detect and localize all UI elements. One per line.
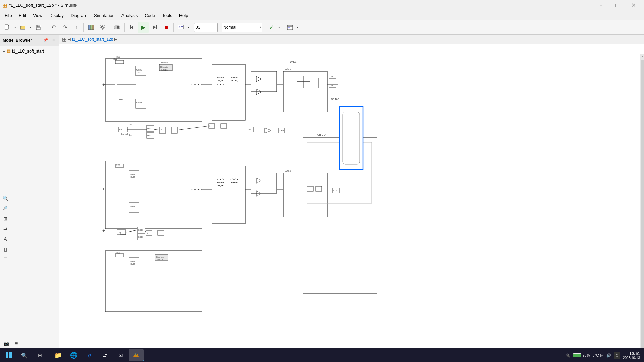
menu-edit[interactable]: Edit [15,12,30,19]
sim-run-button[interactable]: ▶ [138,22,149,33]
diagram-svg: R01 Gate1 Coil1 Discrete Set/1'a powergu… [59,44,644,348]
start-button[interactable] [1,349,16,361]
calendar-button[interactable] [285,22,296,33]
tree-item-model[interactable]: ▶ ▦ f1_LLC_soft_start [0,47,59,55]
sim-time-input[interactable] [194,23,218,32]
svg-text:+: + [102,187,105,192]
library-button[interactable] [86,22,96,33]
settings-button[interactable] [97,22,108,33]
up-button[interactable]: ↑ [71,22,82,33]
sidebar: Model Browser 📌 ✕ ▶ ▦ f1_LLC_soft_start … [0,35,59,348]
open-dropdown[interactable]: ▾ [29,22,33,33]
taskbar-edge[interactable]: 🌐 [66,349,81,361]
calendar-dropdown[interactable]: ▾ [296,22,300,33]
svg-text:+: + [102,82,105,87]
svg-text:Discrete: Discrete [156,256,164,258]
save-button[interactable] [33,22,44,33]
arrows-side-button[interactable]: ⇄ [1,224,10,234]
taskbar-explorer[interactable]: 📁 [51,349,65,361]
svg-rect-140 [6,355,8,358]
menu-diagram[interactable]: Diagram [67,12,91,19]
sim-mode-select[interactable]: Normal Accelerator Rapid Accelerator [222,23,262,32]
taskbar-mail[interactable]: ✉ [113,349,128,361]
zoom-in-side-button[interactable]: 🔍 [1,194,10,203]
toolbar: ▾ ▾ ↶ ↷ ↑ ▶ ■ ▾ [0,20,644,35]
taskbar-matlab[interactable] [129,349,144,361]
network-icon: 🔌 [566,353,570,358]
check-button[interactable]: ✓ [266,22,277,33]
svg-text:Cut: Cut [129,124,132,126]
sim-step-back-button[interactable] [126,22,137,33]
menu-view[interactable]: View [30,12,46,19]
right-scrollbar[interactable]: ▲ ▼ [640,54,644,348]
svg-rect-104 [129,258,139,267]
title-icon: ▦ [3,3,7,8]
svg-text:DAB2: DAB2 [285,169,291,172]
sidebar-pin-button[interactable]: 📌 [43,37,49,43]
svg-text:R01: R01 [116,56,120,58]
scope-button[interactable] [175,22,186,33]
check-dropdown[interactable]: ▾ [277,22,281,33]
zoom-out-side-button[interactable]: 🔎 [1,204,10,213]
menu-analysis[interactable]: Analysis [118,12,141,19]
menu-code[interactable]: Code [141,12,158,19]
sidebar-tree: ▶ ▦ f1_LLC_soft_start [0,46,59,192]
scroll-up-arrow[interactable]: ▲ [640,54,644,59]
svg-text:R01: R01 [116,252,120,254]
taskbar-sep1 [49,350,49,360]
battery-percent: 96% [582,353,590,357]
svg-rect-6 [90,25,92,30]
svg-rect-22 [291,27,291,28]
text-side-button[interactable]: A [1,234,10,244]
block-side-button[interactable]: ▥ [1,244,10,254]
system-tray: 🔌 96% 6°C 阴 🔊 英 10:51 2023/10/13 [562,348,644,362]
svg-text:In01: In01 [333,189,337,192]
canvas-area[interactable]: ▦ ◀ f1_LLC_soft_start_12b ▶ R01 Gate1 [59,35,644,348]
svg-rect-28 [136,66,146,76]
breadcrumb-arrow: ▶ [114,37,117,41]
svg-text:Control: Control [121,133,128,135]
svg-text:DS01: DS01 [138,236,144,238]
diagram-canvas[interactable]: R01 Gate1 Coil1 Discrete Set/1'a powergu… [59,44,644,348]
menu-help[interactable]: Help [176,12,192,19]
minimize-button[interactable]: − [593,0,609,11]
taskbar-ie[interactable]: ℯ [82,349,97,361]
menu-bar: File Edit View Display Diagram Simulatio… [0,11,644,20]
svg-rect-78 [129,170,139,180]
scope-dropdown[interactable]: ▾ [186,22,190,33]
breadcrumb-model[interactable]: f1_LLC_soft_start_12b [72,37,113,42]
menu-tools[interactable]: Tools [158,12,175,19]
scroll-thumb[interactable] [641,60,644,348]
list-button[interactable]: ≡ [12,339,21,348]
capture-button[interactable]: 📷 [1,339,11,348]
maximize-button[interactable]: □ [609,0,625,11]
square-side-button[interactable]: ☐ [1,255,10,264]
sidebar-close-button[interactable]: ✕ [50,37,56,43]
sim-step-forward-button[interactable] [149,22,160,33]
task-view-button[interactable]: ⊞ [33,349,48,361]
svg-rect-103 [115,254,124,257]
open-button[interactable] [18,22,29,33]
weather-text: 6°C 阴 [592,353,604,358]
svg-text:R01: R01 [119,98,123,101]
open-group: ▾ [18,22,33,33]
menu-simulation[interactable]: Simulation [91,12,118,19]
fit-side-button[interactable]: ⊞ [1,214,10,223]
svg-text:DS01: DS01 [147,134,153,136]
search-button[interactable]: 🔍 [17,349,32,361]
tree-model-label: f1_LLC_soft_start [12,49,44,54]
taskbar: 🔍 ⊞ 📁 🌐 ℯ 🗂 ✉ [0,348,562,362]
taskbar-folder[interactable]: 🗂 [97,349,112,361]
new-button[interactable] [2,22,13,33]
clock: 10:51 2023/10/13 [623,351,640,360]
new-dropdown[interactable]: ▾ [13,22,17,33]
svg-rect-26 [115,60,124,64]
sim-stop-button[interactable]: ■ [161,22,172,33]
toggle-button[interactable] [112,22,122,33]
undo-button[interactable]: ↶ [48,22,59,33]
menu-file[interactable]: File [1,12,15,19]
redo-button[interactable]: ↷ [59,22,70,33]
svg-text:Gate1: Gate1 [130,173,135,175]
close-button[interactable]: ✕ [626,0,641,11]
menu-display[interactable]: Display [46,12,67,19]
